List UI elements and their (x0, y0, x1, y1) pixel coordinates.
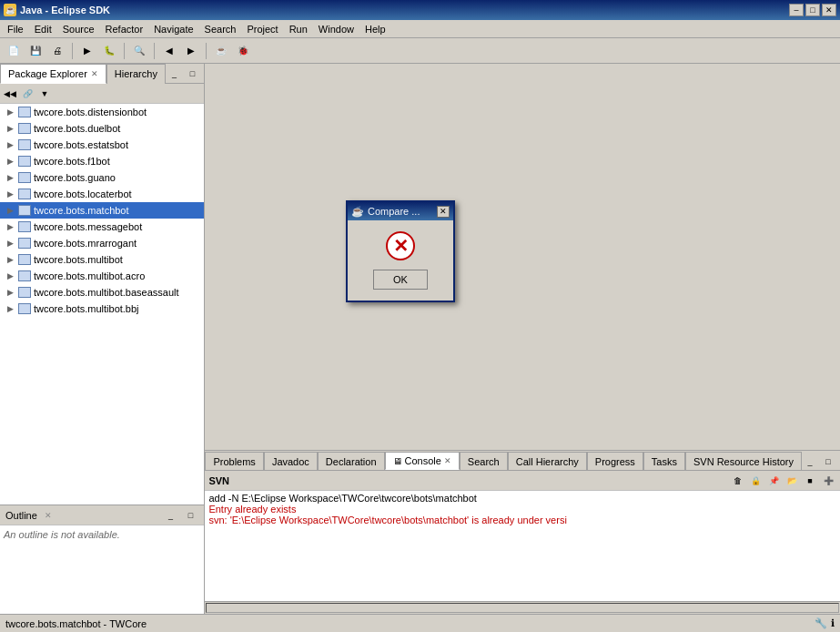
dialog-body: ✕ OK (348, 220, 453, 301)
dialog-overlay: ☕ Compare ... ✕ ✕ OK (0, 0, 840, 632)
dialog-titlebar: ☕ Compare ... ✕ (348, 202, 453, 220)
compare-dialog: ☕ Compare ... ✕ ✕ OK (346, 200, 455, 302)
error-icon: ✕ (386, 231, 415, 260)
dialog-title-text: ☕ Compare ... (351, 206, 420, 218)
dialog-ok-button[interactable]: OK (373, 270, 428, 290)
dialog-title-label: Compare ... (368, 206, 420, 217)
dialog-icon: ☕ (351, 206, 364, 218)
dialog-close-button[interactable]: ✕ (437, 206, 450, 218)
